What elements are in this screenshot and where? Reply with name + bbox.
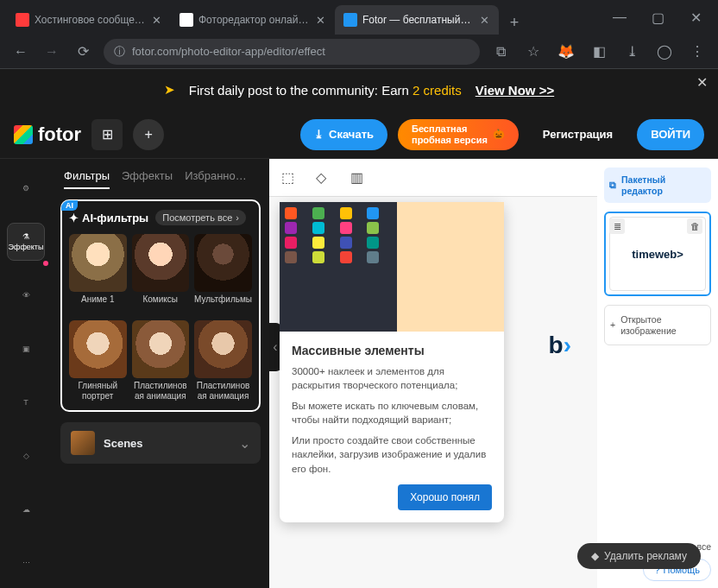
tab-filters[interactable]: Фильтры	[64, 169, 110, 189]
crop-icon[interactable]: ⬚	[281, 169, 299, 187]
tool-sidebar: ⚙ ⚗ Эффекты 👁 ▣ T ◇ ☁ ⋯	[0, 159, 52, 588]
sidebar-item-frames[interactable]: ▣	[7, 330, 45, 368]
sidebar-item-more[interactable]: ⋯	[7, 544, 45, 582]
remove-ads-button[interactable]: ◆ Удалить рекламу	[577, 543, 701, 569]
canvas-toolbar: ⬚ ◇ ▥	[269, 159, 597, 197]
image-thumbnail[interactable]: ≣ 🗑 timeweb>	[604, 212, 711, 296]
banner-highlight: 2 credits	[413, 83, 462, 98]
login-button[interactable]: ВОЙТИ	[637, 119, 704, 150]
favicon-icon	[16, 13, 29, 27]
eraser-icon[interactable]: ◇	[316, 169, 333, 187]
reload-button[interactable]: ⟳	[72, 41, 93, 62]
filter-label: Глиняный портрет	[69, 381, 127, 401]
logo-icon	[14, 125, 33, 144]
sidebar-item-elements[interactable]: ◇	[7, 437, 45, 475]
pumpkin-icon: 🎃	[493, 129, 505, 139]
address-bar: ← → ⟳ ⓘ fotor.com/photo-editor-app/edito…	[0, 35, 718, 69]
logo[interactable]: fotor	[14, 123, 81, 146]
maximize-button[interactable]: ▢	[642, 5, 673, 29]
logo-text: fotor	[38, 123, 81, 146]
download-button[interactable]: ⤓ Скачать	[300, 119, 387, 150]
tab-title: Хостинговое сообщество «Т	[35, 14, 145, 26]
see-all-button[interactable]: Посмотреть все ›	[155, 210, 246, 225]
new-tab-button[interactable]: +	[502, 10, 526, 35]
tab-title: Фоторедактор онлайн: бесп	[198, 14, 309, 26]
url-input[interactable]: ⓘ fotor.com/photo-editor-app/editor/effe…	[104, 39, 480, 65]
close-window-button[interactable]: ✕	[680, 5, 711, 29]
app-header: fotor ⊞ + ⤓ Скачать Бесплатная пробная в…	[0, 111, 718, 159]
filter-thumbnail	[194, 234, 252, 292]
banner-cta[interactable]: View Now >>	[476, 83, 554, 98]
sidebar-item-cloud[interactable]: ☁	[7, 490, 45, 528]
ai-filter-item[interactable]: Глиняный портрет	[69, 320, 127, 401]
ai-filter-item[interactable]: Аниме 1	[69, 234, 127, 315]
extension-fox-icon[interactable]: 🦊	[556, 41, 576, 62]
chevron-right-icon: ›	[236, 212, 239, 223]
text-icon: T	[23, 398, 28, 407]
filter-thumbnail	[132, 320, 190, 378]
close-icon[interactable]: ✕	[150, 14, 162, 26]
effects-panel: Фильтры Эффекты Избранно… AI ✦ AI-фильтр…	[52, 159, 269, 588]
bookmark-icon[interactable]: ☆	[523, 41, 544, 62]
close-icon[interactable]: ✕	[314, 14, 326, 26]
arrow-icon: ➤	[164, 82, 175, 98]
register-link[interactable]: Регистрация	[529, 119, 627, 150]
url-text: fotor.com/photo-editor-app/editor/effect	[132, 45, 325, 58]
extensions-icon[interactable]: ◧	[589, 41, 609, 62]
filter-label: Пластилинов ая анимация	[194, 381, 252, 401]
back-button[interactable]: ←	[10, 41, 31, 62]
sidebar-item-text[interactable]: T	[7, 383, 45, 421]
banner-close-icon[interactable]: ✕	[696, 74, 708, 91]
shapes-icon: ◇	[23, 452, 29, 460]
panel-tabs: Фильтры Эффекты Избранно…	[52, 169, 269, 199]
tab-1[interactable]: Хостинговое сообщество «Т ✕	[7, 5, 171, 35]
minimize-button[interactable]: —	[604, 5, 635, 29]
batch-editor-button[interactable]: ⧉ Пакетный редактор	[604, 168, 711, 203]
tab-effects[interactable]: Эффекты	[122, 169, 173, 189]
promo-banner: ➤ First daily post to the community: Ear…	[0, 69, 718, 111]
sidebar-item-effects[interactable]: ⚗ Эффекты	[7, 223, 45, 261]
trial-button[interactable]: Бесплатная пробная версия 🎃	[398, 119, 519, 150]
tab-title: Fotor — бесплатный онлай	[362, 14, 473, 26]
downloads-icon[interactable]: ⤓	[621, 41, 642, 62]
menu-icon[interactable]: ⋮	[687, 41, 708, 62]
tab-2[interactable]: Фоторедактор онлайн: бесп ✕	[171, 5, 335, 35]
notification-dot-icon	[43, 261, 48, 266]
profile-icon[interactable]: ◯	[654, 41, 675, 62]
sidebar-item-adjust[interactable]: ⚙	[7, 169, 45, 207]
add-button[interactable]: +	[133, 119, 164, 150]
favicon-icon	[343, 13, 357, 27]
flip-icon[interactable]: ▥	[350, 169, 368, 187]
popup-text: 30000+ наклеек и элементов для раскрытия…	[292, 364, 492, 392]
ai-filter-item[interactable]: Мультфильмы	[194, 234, 252, 315]
grid-icon[interactable]: ⊞	[91, 119, 123, 150]
popup-text: Или просто создайте свои собственные нак…	[292, 433, 492, 475]
onboarding-popup: Массивные элементы 30000+ наклеек и элем…	[280, 202, 504, 522]
ai-filters-title: ✦ AI-фильтры	[69, 212, 148, 224]
toolbar-icons: ⧉ ☆ 🦊 ◧ ⤓ ◯ ⋮	[490, 41, 708, 62]
delete-icon[interactable]: 🗑	[687, 218, 702, 234]
filter-label: Комиксы	[132, 294, 190, 315]
popup-text: Вы можете искать по ключевым словам, что…	[292, 399, 492, 427]
sidebar-item-beauty[interactable]: 👁	[7, 276, 45, 314]
tab-favorites[interactable]: Избранно…	[185, 169, 247, 189]
install-app-icon[interactable]: ⧉	[490, 41, 511, 62]
canvas-image[interactable]: b›	[549, 332, 571, 359]
popup-ok-button[interactable]: Хорошо понял	[398, 484, 492, 510]
tab-3[interactable]: Fotor — бесплатный онлай ✕	[335, 5, 499, 35]
ai-filter-item[interactable]: Пластилинов ая анимация 1	[132, 320, 190, 401]
filter-thumbnail	[69, 234, 127, 292]
site-info-icon[interactable]: ⓘ	[114, 44, 125, 60]
ai-filter-item[interactable]: Комиксы	[132, 234, 190, 315]
frame-icon: ▣	[22, 345, 30, 353]
ai-filters-group: AI ✦ AI-фильтры Посмотреть все › Аниме 1…	[60, 199, 261, 412]
window-controls: — ▢ ✕	[604, 5, 711, 35]
close-icon[interactable]: ✕	[478, 14, 490, 26]
ai-filter-item[interactable]: Пластилинов ая анимация	[194, 320, 252, 401]
filter-thumbnail	[69, 320, 127, 378]
open-image-button[interactable]: + Открытое изображение	[604, 305, 711, 345]
scenes-category[interactable]: Scenes ⌄	[60, 422, 261, 464]
forward-button[interactable]: →	[41, 41, 62, 62]
layers-icon[interactable]: ≣	[609, 218, 625, 234]
scenes-thumb-icon	[71, 431, 95, 455]
